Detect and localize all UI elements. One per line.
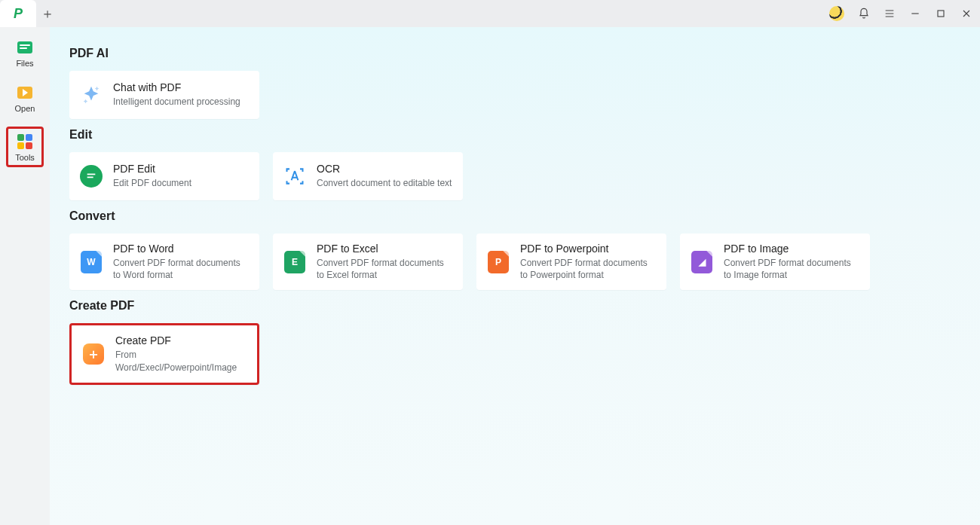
card-desc: Convert PDF format documents to Powerpoi… [520, 257, 656, 281]
section-heading-pdf-ai: PDF AI [69, 47, 960, 60]
card-title: Create PDF [115, 334, 247, 346]
card-chat-with-pdf[interactable]: Chat with PDF Intelligent document proce… [69, 71, 259, 119]
tools-icon [17, 133, 33, 150]
section-cards-create: ＋ Create PDF From Word/Execl/Powerpoint/… [69, 323, 960, 384]
card-pdf-edit[interactable]: PDF Edit Edit PDF document [69, 152, 259, 200]
notifications-icon[interactable] [858, 8, 870, 20]
section-cards-edit: PDF Edit Edit PDF document OCR Convert d… [69, 152, 960, 200]
sidebar-item-open[interactable]: Open [6, 81, 44, 116]
main-area: Files Open Tools PDF AI Chat with PDF In… [0, 27, 980, 525]
card-create-pdf[interactable]: ＋ Create PDF From Word/Execl/Powerpoint/… [69, 323, 259, 384]
card-title: PDF to Image [724, 243, 859, 255]
card-title: PDF to Excel [317, 243, 452, 255]
titlebar: P ＋ [0, 0, 980, 27]
app-logo-tab[interactable]: P [0, 0, 36, 27]
card-desc: Edit PDF document [113, 177, 191, 189]
word-doc-icon: W [80, 251, 103, 273]
section-cards-pdf-ai: Chat with PDF Intelligent document proce… [69, 71, 960, 119]
card-title: Chat with PDF [113, 81, 240, 93]
ocr-icon [283, 165, 306, 188]
card-desc: Convert document to editable text [317, 177, 452, 189]
card-title: PDF Edit [113, 163, 191, 175]
svg-rect-0 [938, 11, 944, 17]
card-desc: Convert PDF format documents to Excel fo… [317, 257, 452, 281]
open-icon [17, 84, 33, 101]
card-title: PDF to Powerpoint [520, 243, 656, 255]
create-pdf-icon: ＋ [82, 343, 105, 365]
card-desc: Convert PDF format documents to Image fo… [724, 257, 859, 281]
sidebar-item-files[interactable]: Files [6, 36, 44, 71]
sidebar-item-tools[interactable]: Tools [6, 127, 44, 167]
card-desc: Convert PDF format documents to Word for… [113, 257, 249, 281]
sparkle-icon [80, 84, 103, 106]
app-logo-icon: P [14, 6, 23, 22]
files-icon [17, 39, 33, 56]
section-heading-edit: Edit [69, 128, 960, 142]
new-tab-button[interactable]: ＋ [36, 0, 59, 27]
card-desc: From Word/Execl/Powerpoint/Image [115, 349, 247, 373]
card-desc: Intelligent document processing [113, 96, 240, 108]
window-close-button[interactable] [960, 8, 972, 20]
powerpoint-doc-icon: P [487, 251, 510, 273]
card-pdf-to-powerpoint[interactable]: P PDF to Powerpoint Convert PDF format d… [476, 234, 666, 290]
sidebar-item-label: Files [16, 59, 33, 68]
window-minimize-button[interactable] [909, 8, 921, 20]
card-pdf-to-excel[interactable]: E PDF to Excel Convert PDF format docume… [273, 234, 463, 290]
menu-icon[interactable] [884, 8, 896, 20]
card-ocr[interactable]: OCR Convert document to editable text [273, 152, 463, 200]
card-title: PDF to Word [113, 243, 249, 255]
titlebar-controls [829, 6, 972, 21]
titlebar-tabs: P ＋ [0, 0, 59, 27]
image-doc-icon: ◢ [691, 251, 713, 273]
card-title: OCR [317, 163, 452, 175]
section-cards-convert: W PDF to Word Convert PDF format documen… [69, 234, 960, 290]
pdf-edit-icon [80, 165, 103, 188]
content: PDF AI Chat with PDF Intelligent documen… [50, 27, 980, 525]
section-heading-convert: Convert [69, 209, 960, 223]
sidebar-item-label: Tools [15, 153, 35, 162]
card-pdf-to-image[interactable]: ◢ PDF to Image Convert PDF format docume… [680, 234, 870, 290]
card-pdf-to-word[interactable]: W PDF to Word Convert PDF format documen… [69, 234, 259, 290]
window-maximize-button[interactable] [935, 8, 947, 20]
excel-doc-icon: E [283, 251, 306, 273]
user-avatar[interactable] [829, 6, 844, 21]
sidebar-item-label: Open [15, 104, 35, 113]
section-heading-create: Create PDF [69, 299, 960, 313]
sidebar: Files Open Tools [0, 27, 50, 525]
